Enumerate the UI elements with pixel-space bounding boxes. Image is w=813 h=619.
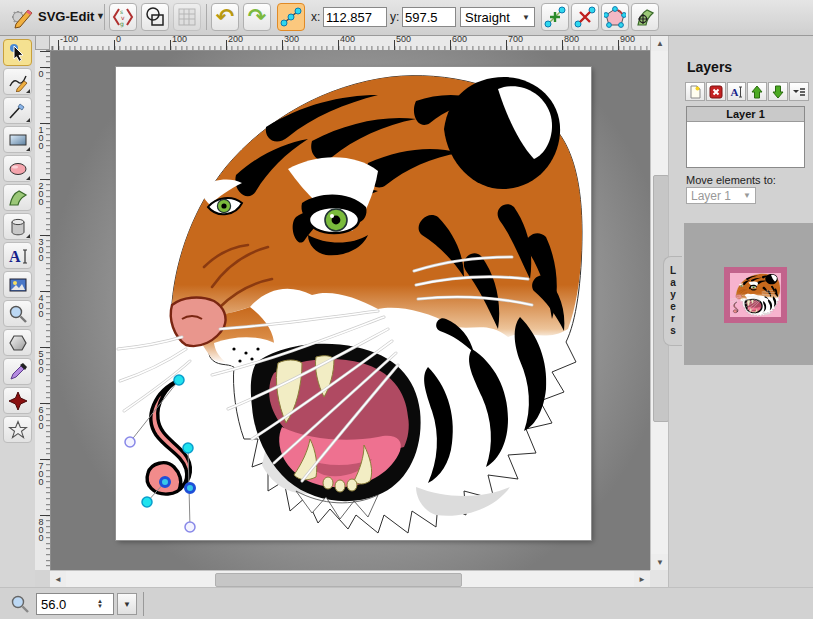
segment-type-value: Straight xyxy=(465,10,510,25)
ruler-label: 0 xyxy=(116,35,121,44)
scroll-down-arrow[interactable]: ▼ xyxy=(651,554,669,570)
layer-list[interactable]: Layer 1 xyxy=(686,106,805,168)
statusbar-separator xyxy=(143,592,144,616)
rectangle-tool-button[interactable] xyxy=(3,126,32,153)
layers-panel-toggle-handle[interactable]: Layers xyxy=(663,256,682,346)
layer-down-icon xyxy=(771,85,785,99)
zoom-level-input[interactable] xyxy=(37,596,95,613)
path-tool-icon xyxy=(8,188,28,208)
flyout-arrow-icon xyxy=(26,147,30,151)
path-node[interactable] xyxy=(174,375,184,385)
add-subpath-button[interactable] xyxy=(631,3,659,31)
move-elements-label: Move elements to: xyxy=(686,174,776,186)
ruler-label: 800 xyxy=(564,35,579,44)
ruler-label: 200 xyxy=(228,35,243,44)
starburst-tool-button[interactable] xyxy=(3,387,32,414)
rectangle-tool-icon xyxy=(8,130,28,150)
wireframe-button[interactable] xyxy=(141,3,169,31)
move-elements-select[interactable]: Layer 1 ▼ xyxy=(686,187,756,204)
path-node-selected[interactable] xyxy=(161,478,170,487)
move-layer-down-button[interactable] xyxy=(768,82,788,101)
move-select-arrow-icon: ▼ xyxy=(743,191,751,200)
zoom-dropdown-arrow-icon: ▼ xyxy=(123,600,131,609)
add-node-icon xyxy=(544,6,566,28)
tiger-artwork xyxy=(118,76,582,533)
svg-text:g: g xyxy=(120,20,124,28)
link-control-points-toggle[interactable] xyxy=(277,3,305,31)
ruler-label: 0 xyxy=(36,69,45,77)
select-tool-button[interactable] xyxy=(3,39,32,66)
rename-layer-button[interactable]: A xyxy=(727,82,747,101)
line-tool-icon xyxy=(8,101,28,121)
flyout-arrow-icon xyxy=(26,176,30,180)
ruler-label: 400 xyxy=(340,35,355,44)
ruler-label: 100 xyxy=(36,125,45,149)
ruler-label: 100 xyxy=(172,35,187,44)
ellipse-tool-button[interactable] xyxy=(3,155,32,182)
starburst-shape-icon xyxy=(8,391,28,411)
control-point-handle[interactable] xyxy=(125,437,135,447)
layer-more-button[interactable] xyxy=(789,82,809,101)
shape-library-button[interactable] xyxy=(3,213,32,240)
move-elements-value: Layer 1 xyxy=(691,189,731,203)
node-x-input[interactable] xyxy=(323,7,387,27)
scroll-right-arrow[interactable]: ► xyxy=(634,571,650,588)
move-layer-up-button[interactable] xyxy=(747,82,767,101)
path-node[interactable] xyxy=(142,497,152,507)
undo-button[interactable]: ↶ xyxy=(211,3,239,31)
layer-toolbar: A xyxy=(685,82,809,103)
path-node[interactable] xyxy=(183,443,193,453)
svg-canvas[interactable] xyxy=(116,67,591,540)
horizontal-scrollbar[interactable]: ◄ ► xyxy=(50,570,650,587)
star-tool-button[interactable] xyxy=(3,416,32,443)
open-path-button[interactable] xyxy=(601,3,629,31)
delete-layer-button[interactable] xyxy=(706,82,726,101)
new-layer-button[interactable] xyxy=(685,82,705,101)
tool-palette: A xyxy=(0,35,35,587)
grid-button[interactable] xyxy=(173,3,201,31)
redo-icon: ↷ xyxy=(248,7,266,27)
main-toolbar: SVG-Edit ▼ s v g xyxy=(0,0,813,36)
scroll-left-arrow[interactable]: ◄ xyxy=(50,571,66,588)
control-point-handle[interactable] xyxy=(185,522,195,532)
node-y-label: y: xyxy=(390,10,399,24)
svg-text:A: A xyxy=(9,248,21,265)
rename-layer-icon: A xyxy=(730,85,744,99)
polygon-tool-button[interactable] xyxy=(3,329,32,356)
eyedropper-tool-button[interactable] xyxy=(3,358,32,385)
layer-menu-icon xyxy=(792,85,806,99)
cylinder-shape-icon xyxy=(8,217,28,237)
path-node-selected[interactable] xyxy=(186,484,195,493)
node-y-input[interactable] xyxy=(402,7,456,27)
canvas-drawing[interactable] xyxy=(116,67,591,540)
zoom-tool-button[interactable] xyxy=(3,300,32,327)
source-code-button[interactable]: s v g xyxy=(109,3,137,31)
layer-up-icon xyxy=(750,85,764,99)
grid-icon xyxy=(176,6,198,28)
spinner-down-icon[interactable]: ▼ xyxy=(97,604,103,609)
add-node-button[interactable] xyxy=(541,3,569,31)
drawing-thumbnail[interactable] xyxy=(724,267,787,323)
app-logo-button[interactable] xyxy=(4,2,36,32)
horizontal-scrollbar-thumb[interactable] xyxy=(215,573,462,587)
pencil-tool-button[interactable] xyxy=(3,68,32,95)
pencil-tool-icon xyxy=(8,72,28,92)
line-tool-button[interactable] xyxy=(3,97,32,124)
zoom-spinner[interactable]: ▲ ▼ xyxy=(97,599,103,609)
select-tool-icon xyxy=(8,43,28,63)
zoom-magnifier-icon xyxy=(10,594,30,614)
zoom-level-field[interactable]: ▲ ▼ xyxy=(36,593,114,615)
scroll-up-arrow[interactable]: ▲ xyxy=(651,35,669,51)
text-tool-button[interactable]: A xyxy=(3,242,32,269)
workspace[interactable] xyxy=(50,50,650,570)
delete-node-button[interactable] xyxy=(571,3,599,31)
segment-type-select[interactable]: Straight ▼ xyxy=(460,7,535,27)
scrollbar-corner xyxy=(650,570,668,587)
redo-button[interactable]: ↷ xyxy=(243,3,271,31)
main-menu-label[interactable]: SVG-Edit xyxy=(38,9,94,24)
path-tool-button[interactable] xyxy=(3,184,32,211)
zoom-preset-dropdown-button[interactable]: ▼ xyxy=(117,593,137,615)
layer-list-item[interactable]: Layer 1 xyxy=(687,107,804,122)
hexagon-shape-icon xyxy=(8,333,28,353)
image-tool-button[interactable] xyxy=(3,271,32,298)
